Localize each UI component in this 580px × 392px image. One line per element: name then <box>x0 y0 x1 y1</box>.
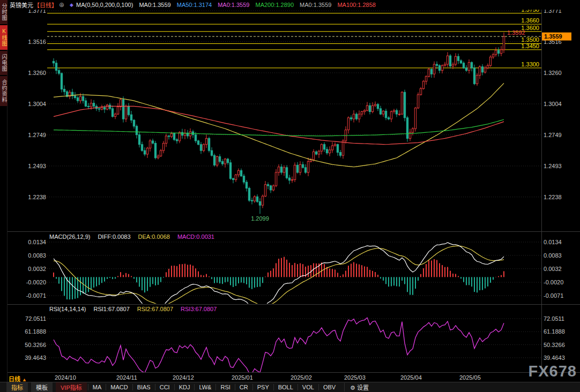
fx678-watermark: FX678 <box>529 363 577 380</box>
svg-text:0.0032: 0.0032 <box>544 266 562 272</box>
svg-text:0.0032: 0.0032 <box>28 266 46 272</box>
macd-params: MACD(26,12,9) <box>49 233 90 240</box>
rsi-line <box>54 318 504 373</box>
svg-text:1.2493: 1.2493 <box>28 163 46 169</box>
symbol-name: 英镑美元 <box>10 1 33 9</box>
svg-text:61.1888: 61.1888 <box>544 328 565 335</box>
macd-series <box>53 243 504 310</box>
vip-indicator-button[interactable]: VIP指标 <box>56 382 87 392</box>
left-sidebar: 分时图K线图闪电图合约资料 <box>0 0 8 382</box>
chart-header: 英镑美元 【日线】 ⊕ ◆ MA(0,50,0,200,0,100)MA0:1.… <box>8 0 580 10</box>
ma-value: MA0:1.3559 <box>218 2 249 8</box>
macd-diff-value: DIFF:0.0083 <box>98 233 130 240</box>
svg-text:2024/10: 2024/10 <box>55 374 76 381</box>
add-indicator-icon[interactable]: ⊕ <box>59 1 64 9</box>
svg-text:1.3500: 1.3500 <box>521 36 539 43</box>
svg-text:1.2238: 1.2238 <box>28 194 46 200</box>
ma-value: MA100:1.2858 <box>337 2 376 8</box>
indicator-button-bias[interactable]: BIAS <box>132 384 155 390</box>
svg-text:72.0511: 72.0511 <box>25 315 46 322</box>
ma-value: MA(0,50,0,200,0,100) <box>76 2 133 8</box>
indicator-button-boll[interactable]: BOLL <box>273 384 298 390</box>
settings-button[interactable]: ⚙ 设置 <box>344 383 374 391</box>
rsi3-value: RSI3:67.0807 <box>181 306 217 312</box>
indicator-button-macd[interactable]: MACD <box>106 384 132 390</box>
svg-text:1.2749: 1.2749 <box>544 132 562 138</box>
svg-text:1.3559: 1.3559 <box>544 33 562 40</box>
indicator-button-cci[interactable]: CCI <box>155 384 174 390</box>
svg-text:2025/01: 2025/01 <box>232 374 253 381</box>
svg-text:0.0134: 0.0134 <box>28 239 46 245</box>
rsi1-value: RSI1:67.0807 <box>93 306 129 312</box>
indicator-button-obv[interactable]: OBV <box>318 384 340 390</box>
ma-value: MA0:1.3559 <box>300 2 331 8</box>
svg-text:-0.0071: -0.0071 <box>26 292 46 299</box>
price-alert-lines: 1.37501.36601.36001.35001.34501.3300 <box>47 6 541 68</box>
ma-value: MA0:1.3559 <box>139 2 170 8</box>
svg-text:50.3266: 50.3266 <box>544 342 565 348</box>
rsi-header: RSI(14,14,14) RSI1:67.0807 RSI2:67.0807 … <box>49 306 224 312</box>
macd-dea-value: DEA:0.0068 <box>138 233 170 240</box>
svg-text:1.3260: 1.3260 <box>544 70 562 76</box>
svg-text:-0.0071: -0.0071 <box>544 292 563 299</box>
svg-text:1.3450: 1.3450 <box>521 43 539 49</box>
panel-dividers <box>8 10 580 373</box>
svg-text:61.1888: 61.1888 <box>25 328 46 335</box>
svg-text:0.0134: 0.0134 <box>544 239 562 245</box>
svg-text:1.3300: 1.3300 <box>521 61 539 67</box>
svg-text:2024/12: 2024/12 <box>173 374 194 381</box>
low-annotation: 1.2099 <box>251 215 269 222</box>
toolbar-tab-0[interactable]: 指标 <box>6 382 28 392</box>
x-axis-labels: 2024/102024/112024/122025/012025/022025/… <box>55 374 481 381</box>
svg-text:2025/04: 2025/04 <box>400 374 422 381</box>
svg-text:1.3516: 1.3516 <box>28 39 46 45</box>
indicator-button-rsi[interactable]: RSI <box>215 384 234 390</box>
chart-canvas[interactable]: 1.37711.37711.35161.35161.32601.32601.30… <box>0 0 580 392</box>
svg-text:1.2099: 1.2099 <box>251 215 269 222</box>
indicator-button-psy[interactable]: PSY <box>252 384 273 390</box>
rsi-params: RSI(14,14,14) <box>49 306 86 312</box>
macd-header: MACD(26,12,9) DIFF:0.0083 DEA:0.0068 MAC… <box>49 233 222 240</box>
candlestick-series <box>53 33 504 214</box>
svg-text:-0.0020: -0.0020 <box>26 279 46 285</box>
svg-text:-0.0020: -0.0020 <box>544 279 563 285</box>
ma-line-ma100 <box>54 106 504 144</box>
indicator-button-vol[interactable]: VOL <box>298 384 318 390</box>
svg-text:1.3004: 1.3004 <box>544 101 562 107</box>
sidebar-tab-3[interactable]: 合约资料 <box>0 76 8 106</box>
ma-value: MA50:1.3174 <box>177 2 212 8</box>
svg-text:0.0083: 0.0083 <box>544 252 562 259</box>
toolbar-tab-1[interactable]: 模板 <box>31 382 53 392</box>
svg-text:1.2238: 1.2238 <box>544 194 562 200</box>
svg-text:72.0511: 72.0511 <box>544 315 564 322</box>
bottom-toolbar: 指标模板VIP指标MAMACDBIASCCIKDJLW&RSICRPSYBOLL… <box>0 382 580 392</box>
svg-text:2025/05: 2025/05 <box>459 374 481 381</box>
sidebar-tab-1[interactable]: K线图 <box>0 25 8 50</box>
indicator-button-cr[interactable]: CR <box>235 384 252 390</box>
svg-text:1.3592: 1.3592 <box>507 29 525 36</box>
ma-value: MA200:1.2890 <box>255 2 294 8</box>
svg-text:39.4643: 39.4643 <box>544 355 565 361</box>
sidebar-tab-2[interactable]: 闪电图 <box>0 51 8 75</box>
ma-values-row: MA(0,50,0,200,0,100)MA0:1.3559MA50:1.317… <box>76 2 382 8</box>
indicator-button-kdj[interactable]: KDJ <box>174 384 195 390</box>
svg-text:1.3004: 1.3004 <box>28 101 46 107</box>
svg-text:0.0083: 0.0083 <box>28 252 46 259</box>
indicator-button-lw[interactable]: LW& <box>194 384 215 390</box>
timeframe-label: 【日线】 <box>34 1 57 9</box>
svg-text:2025/03: 2025/03 <box>344 374 366 381</box>
indicator-button-ma[interactable]: MA <box>88 384 106 390</box>
svg-text:2024/11: 2024/11 <box>116 374 137 381</box>
svg-text:39.4643: 39.4643 <box>25 355 46 361</box>
rsi2-value: RSI2:67.0807 <box>137 306 173 312</box>
svg-text:2025/02: 2025/02 <box>291 374 312 381</box>
ma-line-ma50 <box>54 83 504 167</box>
macd-value: MACD:0.0031 <box>177 233 214 240</box>
sidebar-tab-0[interactable]: 分时图 <box>0 0 8 24</box>
svg-text:1.2749: 1.2749 <box>28 132 46 138</box>
svg-text:50.3266: 50.3266 <box>25 342 46 348</box>
svg-text:1.3260: 1.3260 <box>28 70 46 76</box>
indicator-flag-icon: ◆ <box>70 2 73 7</box>
svg-text:1.3660: 1.3660 <box>521 17 539 24</box>
svg-text:1.2493: 1.2493 <box>544 163 562 169</box>
